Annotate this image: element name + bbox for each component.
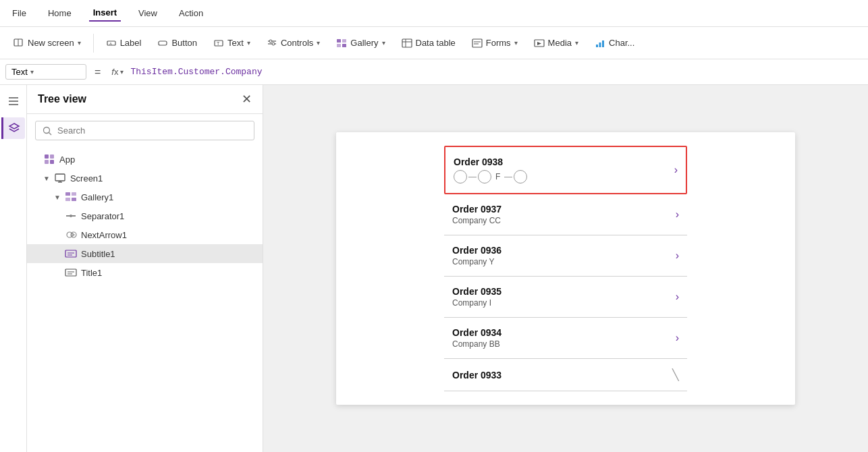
gallery1-chevron: ▼ <box>54 194 61 201</box>
controls-button[interactable]: Controls ▾ <box>260 34 327 52</box>
svg-rect-32 <box>50 154 54 159</box>
gallery-item-3-arrow: › <box>676 291 679 303</box>
data-table-icon <box>402 38 412 49</box>
text-icon: T <box>213 38 224 49</box>
charts-button[interactable]: Char... <box>588 34 641 52</box>
svg-rect-35 <box>55 174 65 181</box>
new-screen-button[interactable]: New screen ▾ <box>7 34 88 52</box>
tree-item-gallery1[interactable]: ▼ Gallery1 <box>27 188 263 206</box>
svg-rect-24 <box>602 40 604 47</box>
sidebar-layers-button[interactable] <box>1 117 25 139</box>
svg-rect-4 <box>159 41 167 45</box>
tree-item-title1-label: Title1 <box>81 268 102 278</box>
svg-point-10 <box>272 43 275 45</box>
gallery-item-1-content: Order 0937 Company CC <box>452 204 501 225</box>
controls-icon <box>267 38 277 49</box>
gallery-item-4-title: Order 0934 <box>452 327 501 338</box>
svg-rect-18 <box>472 39 482 47</box>
gallery-item-3-subtitle: Company I <box>452 298 501 308</box>
menu-view[interactable]: View <box>134 5 161 21</box>
button-icon <box>157 38 168 49</box>
gallery-item-2-title: Order 0936 <box>452 245 501 256</box>
svg-text:A: A <box>109 42 112 46</box>
gallery-item-0-overlay: F <box>454 170 527 183</box>
sidebar-menu-button[interactable] <box>3 90 24 112</box>
svg-rect-34 <box>50 160 54 164</box>
menu-action[interactable]: Action <box>175 5 207 21</box>
gallery-item-0[interactable]: Order 0938 F › <box>444 146 687 194</box>
formula-dropdown[interactable]: Text ▾ <box>5 64 86 80</box>
formula-fx-button[interactable]: fx ▾ <box>109 67 126 77</box>
screen1-chevron: ▼ <box>43 175 50 182</box>
tree-item-app-label: App <box>59 154 75 165</box>
tree-close-button[interactable]: ✕ <box>242 93 252 105</box>
tree-item-app[interactable]: App <box>27 150 263 169</box>
gallery-item-1-title: Order 0937 <box>452 204 501 215</box>
gallery-item-4-subtitle: Company BB <box>452 339 501 349</box>
app-icon <box>43 153 55 165</box>
gallery-item-5-arrow: ╲ <box>672 368 679 381</box>
tree-item-subtitle1-label: Subtitle1 <box>81 249 115 259</box>
svg-rect-41 <box>72 198 76 201</box>
svg-point-43 <box>70 215 72 217</box>
label-button[interactable]: A Label <box>99 34 148 52</box>
svg-point-9 <box>269 40 272 43</box>
gallery-circles: F <box>454 170 527 183</box>
gallery-tree-icon <box>65 191 77 203</box>
menu-home[interactable]: Home <box>44 5 76 21</box>
sidebar-icons <box>0 85 27 452</box>
layers-icon <box>8 122 20 134</box>
svg-marker-28 <box>9 123 19 129</box>
svg-rect-11 <box>337 39 341 43</box>
svg-rect-49 <box>65 269 76 276</box>
tree-item-nextarrow1-label: NextArrow1 <box>81 230 127 240</box>
svg-rect-22 <box>596 45 598 47</box>
svg-line-30 <box>49 132 52 135</box>
gallery-item-2[interactable]: Order 0936 Company Y › <box>444 235 687 277</box>
text-tool-button[interactable]: T Text ▾ <box>207 34 257 52</box>
gallery-item-1[interactable]: Order 0937 Company CC › <box>444 194 687 235</box>
menu-bar: File Home Insert View Action <box>0 0 868 27</box>
formula-bar: Text ▾ = fx ▾ <box>0 59 868 85</box>
media-button[interactable]: Media ▾ <box>527 34 585 52</box>
gallery-item-0-title: Order 0938 <box>454 157 527 167</box>
tree-item-nextarrow1[interactable]: NextArrow1 <box>27 225 263 244</box>
tree-item-gallery1-label: Gallery1 <box>81 192 113 202</box>
tree-item-title1[interactable]: Title1 <box>27 263 263 282</box>
menu-file[interactable]: File <box>8 5 30 21</box>
forms-button[interactable]: Forms ▾ <box>465 34 524 52</box>
charts-icon <box>595 38 605 49</box>
gallery-item-5-content: Order 0933 <box>452 370 501 380</box>
gallery-item-0-content: Order 0938 F <box>454 157 527 183</box>
svg-rect-13 <box>337 44 341 47</box>
label-icon: A <box>106 38 117 49</box>
tree-search-input[interactable] <box>57 125 247 136</box>
tree-item-separator1-label: Separator1 <box>81 211 124 221</box>
text-chevron: ▾ <box>247 39 250 47</box>
gallery-item-3[interactable]: Order 0935 Company I › <box>444 277 687 318</box>
line-1 <box>468 177 477 177</box>
gallery-item-2-content: Order 0936 Company Y <box>452 245 501 266</box>
tree-item-screen1[interactable]: ▼ Screen1 <box>27 169 263 188</box>
tree-item-subtitle1[interactable]: Subtitle1 <box>27 244 263 263</box>
forms-icon <box>472 38 483 49</box>
gallery-item-4[interactable]: Order 0934 Company BB › <box>444 318 687 359</box>
menu-insert[interactable]: Insert <box>89 5 121 22</box>
gallery-button[interactable]: Gallery ▾ <box>329 34 391 52</box>
separator-icon <box>65 210 77 222</box>
toolbar: New screen ▾ A Label Button T Text ▾ <box>0 27 868 59</box>
tree-item-separator1[interactable]: Separator1 <box>27 206 263 225</box>
formula-equals: = <box>90 66 105 78</box>
gallery-item-3-title: Order 0935 <box>452 286 501 297</box>
svg-rect-31 <box>45 154 49 159</box>
tree-content: App ▼ Screen1 ▼ <box>27 147 263 452</box>
svg-rect-40 <box>65 198 70 201</box>
formula-input[interactable] <box>130 67 863 77</box>
gallery-item-5[interactable]: Order 0933 ╲ <box>444 359 687 391</box>
tree-panel: Tree view ✕ App ▼ <box>27 85 263 452</box>
button-tool-button[interactable]: Button <box>151 34 204 52</box>
tree-title: Tree view <box>38 93 86 105</box>
data-table-button[interactable]: Data table <box>395 34 462 52</box>
gallery-item-5-title: Order 0933 <box>452 370 501 380</box>
svg-rect-12 <box>342 39 346 43</box>
